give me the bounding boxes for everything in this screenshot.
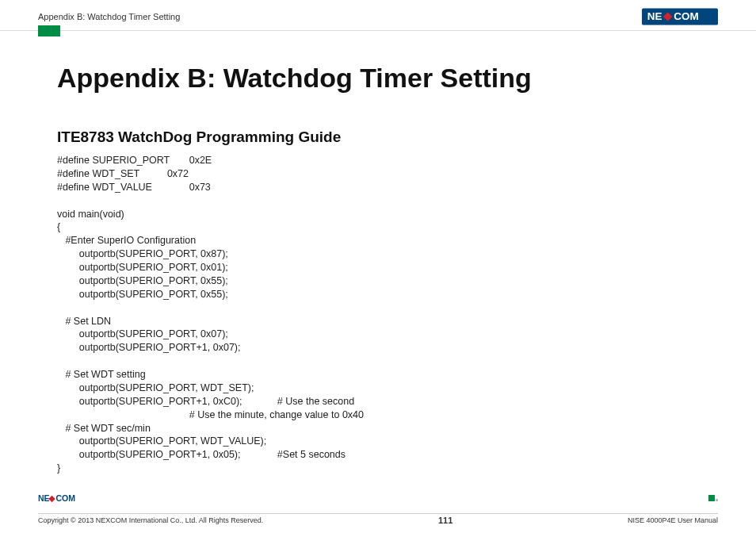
page-title: Appendix B: Watchdog Timer Setting <box>57 63 699 94</box>
header-left: Appendix B: Watchdog Timer Setting <box>38 12 180 21</box>
svg-text:NE: NE <box>647 10 662 22</box>
code-listing: #define SUPERIO_PORT 0x2E #define WDT_SE… <box>57 154 699 475</box>
footer-decorative-squares-icon <box>708 495 718 501</box>
header-title: Appendix B: Watchdog Timer Setting <box>38 12 180 21</box>
page-number: 111 <box>438 516 452 525</box>
decorative-green-block-icon <box>38 25 60 36</box>
manual-reference: NISE 4000P4E User Manual <box>628 516 718 524</box>
nexcom-logo-footer-icon: NE COM <box>38 493 94 505</box>
content-area: Appendix B: Watchdog Timer Setting ITE87… <box>0 31 756 475</box>
svg-text:COM: COM <box>55 493 75 503</box>
section-title: ITE8783 WatchDog Programming Guide <box>57 128 699 146</box>
copyright-text: Copyright © 2013 NEXCOM International Co… <box>38 516 263 524</box>
footer-line: Copyright © 2013 NEXCOM International Co… <box>38 513 718 525</box>
svg-text:COM: COM <box>674 10 698 22</box>
page-footer: NE COM Copyright © 2013 NEXCOM Internati… <box>0 493 756 525</box>
nexcom-logo-top: NE COM <box>642 8 718 25</box>
svg-text:NE: NE <box>38 493 50 503</box>
page-header: Appendix B: Watchdog Timer Setting NE CO… <box>0 0 756 31</box>
nexcom-logo-icon: NE COM <box>642 8 718 25</box>
